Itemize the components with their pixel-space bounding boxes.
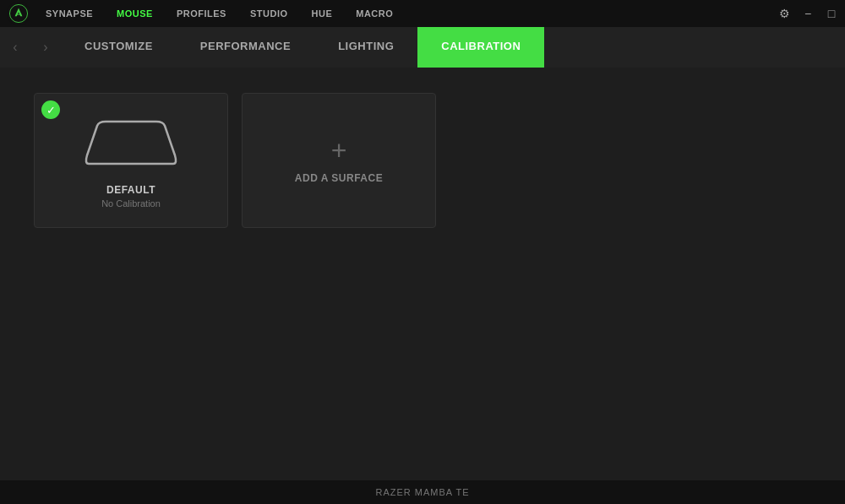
tab-nav-prev[interactable]: ‹	[0, 27, 30, 68]
settings-icon[interactable]: ⚙	[777, 7, 791, 20]
nav-hue[interactable]: HUE	[300, 0, 345, 27]
nav-studio[interactable]: STUDIO	[238, 0, 300, 27]
nav-mouse[interactable]: MOUSE	[105, 0, 165, 27]
nav-macro[interactable]: MACRO	[344, 0, 405, 27]
surface-default-label: DEFAULT	[106, 184, 155, 196]
main-content: ✓ DEFAULT No Calibration + ADD A SURFACE	[0, 68, 845, 480]
title-bar-nav: SYNAPSE MOUSE PROFILES STUDIO HUE MACRO	[34, 0, 405, 27]
razer-logo[interactable]	[7, 2, 30, 25]
title-bar: SYNAPSE MOUSE PROFILES STUDIO HUE MACRO …	[0, 0, 845, 27]
minimize-icon[interactable]: −	[801, 7, 815, 20]
title-bar-left: SYNAPSE MOUSE PROFILES STUDIO HUE MACRO	[7, 0, 405, 27]
device-name: RAZER MAMBA TE	[376, 487, 470, 497]
nav-profiles[interactable]: PROFILES	[165, 0, 238, 27]
tab-performance[interactable]: PERFORMANCE	[177, 27, 314, 68]
svg-point-0	[9, 4, 27, 22]
surface-card-default[interactable]: ✓ DEFAULT No Calibration	[34, 93, 228, 228]
status-bar: RAZER MAMBA TE	[0, 480, 845, 504]
tab-lighting[interactable]: LIGHTING	[314, 27, 417, 68]
tab-customize[interactable]: CUSTOMIZE	[61, 27, 177, 68]
selected-check-badge: ✓	[41, 100, 60, 119]
add-surface-icon: +	[331, 137, 347, 164]
add-surface-label: ADD A SURFACE	[295, 172, 383, 184]
tab-bar: ‹ › CUSTOMIZE PERFORMANCE LIGHTING CALIB…	[0, 27, 845, 68]
surface-default-sublabel: No Calibration	[101, 198, 161, 209]
title-bar-controls: ⚙ − □	[777, 7, 838, 20]
nav-synapse[interactable]: SYNAPSE	[34, 0, 105, 27]
mousepad-icon	[80, 113, 182, 176]
maximize-icon[interactable]: □	[825, 7, 838, 20]
tab-nav-next[interactable]: ›	[30, 27, 61, 68]
tab-calibration[interactable]: CALIBRATION	[417, 27, 544, 68]
add-surface-card[interactable]: + ADD A SURFACE	[242, 93, 436, 228]
